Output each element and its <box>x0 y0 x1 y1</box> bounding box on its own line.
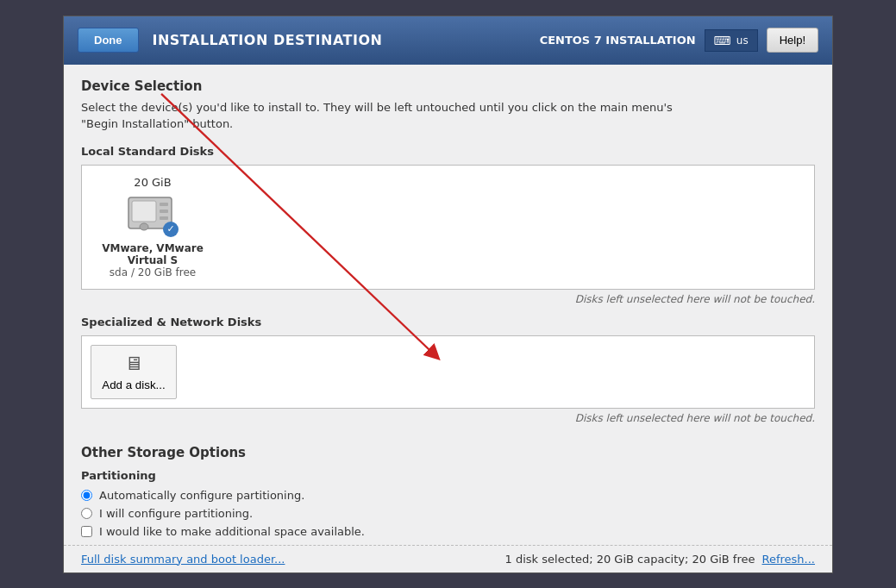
centos-title: CENTOS 7 INSTALLATION <box>540 34 696 47</box>
svg-rect-2 <box>160 203 168 206</box>
auto-partition-radio[interactable] <box>81 490 92 501</box>
additional-space-checkbox[interactable] <box>81 526 92 537</box>
local-disks-label: Local Standard Disks <box>81 145 815 158</box>
manual-partition-radio[interactable] <box>81 508 92 519</box>
specialized-hint: Disks left unselected here will not be t… <box>81 412 815 424</box>
disk-item[interactable]: 20 GiB ✓ VMware, VMware Vir <box>92 176 213 278</box>
footer: Full disk summary and boot loader... 1 d… <box>64 545 832 572</box>
other-storage-title: Other Storage Options <box>81 445 815 460</box>
specialized-label: Specialized & Network Disks <box>81 316 815 328</box>
refresh-link[interactable]: Refresh... <box>762 553 816 566</box>
svg-rect-4 <box>160 216 168 220</box>
page-title: INSTALLATION DESTINATION <box>153 32 383 48</box>
disk-name: VMware, VMware Virtual S <box>92 242 213 266</box>
disk-info: sda / 20 GiB free <box>110 266 196 278</box>
add-disk-button[interactable]: 🖥 Add a disk... <box>91 345 177 399</box>
additional-space-label: I would like to make additional space av… <box>99 525 365 538</box>
header-right: CENTOS 7 INSTALLATION ⌨ us Help! <box>540 28 818 53</box>
svg-rect-1 <box>132 201 156 222</box>
disk-icon-wrapper: ✓ <box>127 194 179 237</box>
disk-size: 20 GiB <box>134 176 171 189</box>
local-disks-grid: 20 GiB ✓ VMware, VMware Vir <box>81 165 815 290</box>
keyboard-lang: us <box>736 34 749 47</box>
add-disk-label: Add a disk... <box>102 378 165 391</box>
svg-point-5 <box>140 223 148 230</box>
main-content: Device Selection Select the device(s) yo… <box>64 65 832 538</box>
full-disk-summary-link[interactable]: Full disk summary and boot loader... <box>81 553 285 566</box>
svg-rect-3 <box>160 210 168 213</box>
disk-status-text: 1 disk selected; 20 GiB capacity; 20 GiB… <box>505 553 755 566</box>
keyboard-indicator[interactable]: ⌨ us <box>705 29 758 52</box>
manual-partition-row: I will configure partitioning. <box>81 507 815 520</box>
help-button[interactable]: Help! <box>767 28 818 53</box>
auto-partition-row: Automatically configure partitioning. <box>81 489 815 502</box>
section-desc: Select the device(s) you'd like to insta… <box>81 99 815 133</box>
header: Done INSTALLATION DESTINATION CENTOS 7 I… <box>64 16 832 65</box>
disk-selected-check: ✓ <box>163 222 179 237</box>
other-storage-section: Other Storage Options Partitioning Autom… <box>81 435 815 538</box>
done-button[interactable]: Done <box>78 28 139 53</box>
additional-space-row: I would like to make additional space av… <box>81 525 815 538</box>
auto-partition-label: Automatically configure partitioning. <box>99 489 304 502</box>
footer-status: 1 disk selected; 20 GiB capacity; 20 GiB… <box>505 553 815 566</box>
manual-partition-label: I will configure partitioning. <box>99 507 253 520</box>
add-disk-icon: 🖥 <box>124 353 143 375</box>
device-selection-section: Device Selection Select the device(s) yo… <box>81 78 815 424</box>
header-left: Done INSTALLATION DESTINATION <box>78 28 382 53</box>
section-title: Device Selection <box>81 78 815 94</box>
specialized-section: Specialized & Network Disks 🖥 Add a disk… <box>81 316 815 424</box>
keyboard-icon: ⌨ <box>714 34 731 47</box>
partitioning-label: Partitioning <box>81 469 815 482</box>
local-disks-hint: Disks left unselected here will not be t… <box>81 293 815 305</box>
add-disk-grid: 🖥 Add a disk... <box>81 335 815 409</box>
